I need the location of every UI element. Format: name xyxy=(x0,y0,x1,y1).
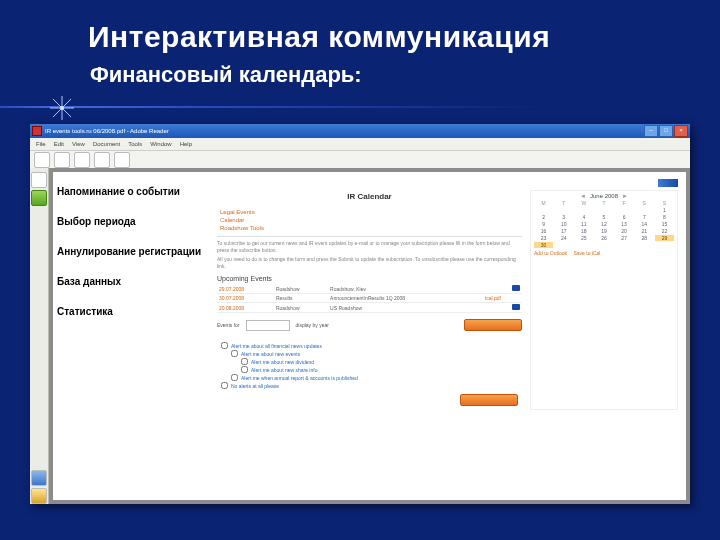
calendar-day[interactable]: 20 xyxy=(615,228,634,234)
calendar-day[interactable]: 22 xyxy=(655,228,674,234)
link-outlook[interactable]: Add to Outlook xyxy=(534,250,567,256)
calendar-day[interactable]: 10 xyxy=(554,221,573,227)
check-new-dividend[interactable]: Alert me about new dividend xyxy=(241,358,518,365)
sidebar-pages-icon[interactable] xyxy=(31,172,47,188)
slide-title: Интерактивная коммуникация xyxy=(88,20,550,54)
calendar-day[interactable]: 9 xyxy=(534,221,553,227)
calendar-day[interactable]: 14 xyxy=(635,221,654,227)
link-legal-events[interactable]: Legal Events xyxy=(220,209,519,215)
starburst-icon xyxy=(50,96,74,120)
page-title: IR Calendar xyxy=(217,192,522,201)
period-select[interactable] xyxy=(246,320,290,331)
zoom-button[interactable] xyxy=(94,152,110,168)
intro-text-2: All you need to do is to change the form… xyxy=(217,256,522,269)
check-new-share[interactable]: Alert me about new share info xyxy=(241,366,518,373)
download-icon[interactable] xyxy=(512,304,520,310)
table-row: 29.07.2008RoadshowRoadshow, Kiev xyxy=(217,284,522,294)
check-new-events[interactable]: Alert me about new events xyxy=(231,350,518,357)
month-calendar: ◄ June 2008 ► MTWTFSS1234567891011121314… xyxy=(530,190,678,410)
calendar-day[interactable]: 6 xyxy=(615,214,634,220)
calendar-day xyxy=(615,207,634,213)
decorative-line xyxy=(0,106,720,108)
calendar-day[interactable]: 19 xyxy=(594,228,613,234)
calendar-day[interactable]: 16 xyxy=(534,228,553,234)
calendar-day[interactable]: 5 xyxy=(594,214,613,220)
calendar-day[interactable]: 23 xyxy=(534,235,553,241)
cal-next-icon[interactable]: ► xyxy=(622,193,628,199)
sidebar-attach-icon[interactable] xyxy=(31,470,47,486)
calendar-day[interactable]: 25 xyxy=(574,235,593,241)
callout-unregister: Аннулирование регистрации xyxy=(57,246,207,258)
menu-tools[interactable]: Tools xyxy=(128,141,142,147)
pdf-sidebar xyxy=(30,168,49,504)
calendar-day[interactable]: 8 xyxy=(655,214,674,220)
calendar-day[interactable]: 1 xyxy=(655,207,674,213)
adobe-reader-icon xyxy=(32,126,42,136)
svg-line-3 xyxy=(53,99,71,117)
menu-document[interactable]: Document xyxy=(93,141,120,147)
link-roadshow-tools[interactable]: Roadshow Tools xyxy=(220,225,519,231)
calendar-day[interactable]: 18 xyxy=(574,228,593,234)
calendar-day[interactable]: 17 xyxy=(554,228,573,234)
calendar-day[interactable]: 12 xyxy=(594,221,613,227)
find-button[interactable] xyxy=(114,152,130,168)
subscribe-button[interactable] xyxy=(460,394,518,406)
calendar-dow: F xyxy=(615,200,634,206)
check-all-updates[interactable]: Alert me about all financial news update… xyxy=(221,342,518,349)
print-button[interactable] xyxy=(34,152,50,168)
callout-stats: Статистика xyxy=(57,306,207,318)
calendar-day[interactable]: 30 xyxy=(534,242,553,248)
menu-bar: File Edit View Document Tools Window Hel… xyxy=(30,138,690,151)
save-button[interactable] xyxy=(54,152,70,168)
calendar-day[interactable]: 27 xyxy=(615,235,634,241)
calendar-day[interactable]: 21 xyxy=(635,228,654,234)
callout-database: База данных xyxy=(57,276,207,288)
sidebar-share-icon[interactable] xyxy=(31,190,47,206)
events-table: 29.07.2008RoadshowRoadshow, Kiev 30.07.2… xyxy=(217,284,522,313)
menu-help[interactable]: Help xyxy=(180,141,192,147)
calendar-day[interactable]: 3 xyxy=(554,214,573,220)
calendar-dow: T xyxy=(594,200,613,206)
download-icon[interactable] xyxy=(512,285,520,291)
calendar-dow: S xyxy=(635,200,654,206)
menu-edit[interactable]: Edit xyxy=(54,141,64,147)
sidebar-folder-icon[interactable] xyxy=(31,488,47,504)
check-no-alerts[interactable]: No alerts at all please xyxy=(221,382,518,389)
calendar-day[interactable]: 13 xyxy=(615,221,634,227)
menu-view[interactable]: View xyxy=(72,141,85,147)
calendar-day[interactable]: 26 xyxy=(594,235,613,241)
close-button[interactable]: × xyxy=(674,125,688,137)
brand-logo xyxy=(658,179,678,187)
maximize-button[interactable]: □ xyxy=(659,125,673,137)
calendar-day[interactable]: 7 xyxy=(635,214,654,220)
calendar-day[interactable]: 24 xyxy=(554,235,573,241)
calendar-day[interactable]: 4 xyxy=(574,214,593,220)
menu-file[interactable]: File xyxy=(36,141,46,147)
window-controls: – □ × xyxy=(644,125,688,137)
calendar-day xyxy=(574,207,593,213)
calendar-day[interactable]: 11 xyxy=(574,221,593,227)
calendar-day[interactable]: 15 xyxy=(655,221,674,227)
window-titlebar: IR events tools.ru 06/2008.pdf - Adobe R… xyxy=(30,124,690,138)
calendar-day xyxy=(534,207,553,213)
link-calendar[interactable]: Calendar xyxy=(220,217,519,223)
calendar-day[interactable]: 28 xyxy=(635,235,654,241)
table-row: 30.07.2008ResultsAnnouncement\nResults 1… xyxy=(217,294,522,303)
calendar-day[interactable]: 2 xyxy=(534,214,553,220)
slide-subtitle: Финансовый календарь: xyxy=(90,62,362,88)
page-nav-button[interactable] xyxy=(74,152,90,168)
check-annual-report[interactable]: Alert me when annual report & accounts i… xyxy=(231,374,518,381)
calendar-day xyxy=(655,242,674,248)
section-links: Legal Events Calendar Roadshow Tools xyxy=(217,207,522,233)
minimize-button[interactable]: – xyxy=(644,125,658,137)
calendar-grid: MTWTFSS123456789101112131415161718192021… xyxy=(534,200,674,248)
intro-text-1: To subscribe to get our current news and… xyxy=(217,240,522,253)
menu-window[interactable]: Window xyxy=(150,141,171,147)
link-ical[interactable]: Save to iCal xyxy=(573,250,600,256)
alerts-checklist: Alert me about all financial news update… xyxy=(217,337,522,410)
submit-button[interactable] xyxy=(464,319,522,331)
calendar-day xyxy=(615,242,634,248)
cal-prev-icon[interactable]: ◄ xyxy=(580,193,586,199)
calendar-dow: T xyxy=(554,200,573,206)
calendar-day[interactable]: 29 xyxy=(655,235,674,241)
